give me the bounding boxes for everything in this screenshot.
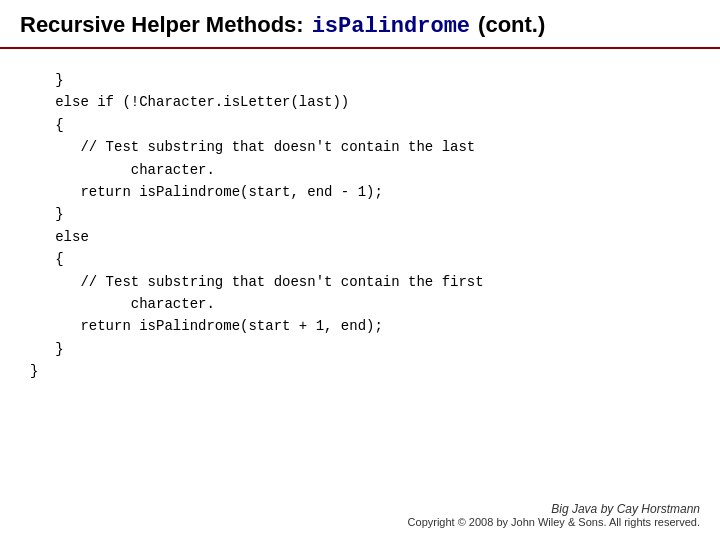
footer-line1: Big Java by Cay Horstmann	[408, 502, 700, 516]
code-content: } else if (!Character.isLetter(last)) { …	[0, 49, 720, 392]
page-header: Recursive Helper Methods: isPalindrome (…	[0, 0, 720, 49]
code-block: } else if (!Character.isLetter(last)) { …	[30, 69, 690, 382]
header-title: Recursive Helper Methods:	[20, 12, 304, 38]
header-cont: (cont.)	[478, 12, 545, 38]
footer: Big Java by Cay Horstmann Copyright © 20…	[408, 502, 700, 528]
header-method: isPalindrome	[312, 14, 470, 39]
footer-line2: Copyright © 2008 by John Wiley & Sons. A…	[408, 516, 700, 528]
